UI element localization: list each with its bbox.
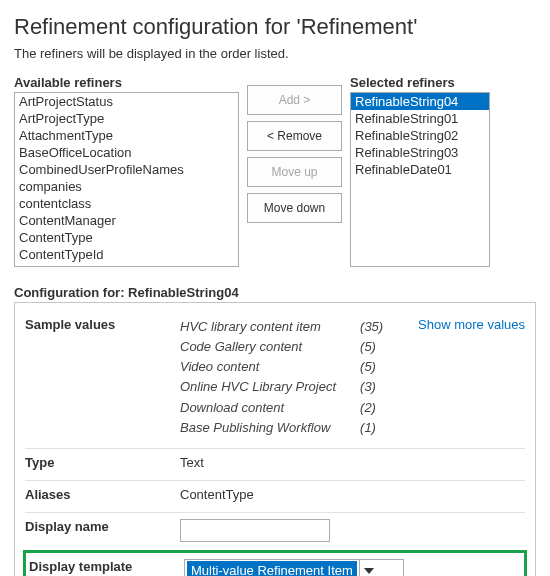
- display-name-label: Display name: [25, 519, 180, 534]
- sample-values-row: Sample values HVC library content item C…: [25, 311, 525, 444]
- list-item[interactable]: ContentTypeId: [15, 246, 238, 263]
- sample-names: HVC library content item Code Gallery co…: [180, 317, 336, 438]
- available-listbox[interactable]: ArtProjectStatus ArtProjectType Attachme…: [14, 92, 239, 267]
- sample-count: (2): [360, 398, 383, 418]
- move-buttons: Add > < Remove Move up Move down: [247, 75, 342, 223]
- sample-name: Download content: [180, 398, 336, 418]
- sample-values-label: Sample values: [25, 317, 180, 332]
- list-item[interactable]: BaseOfficeLocation: [15, 144, 238, 161]
- selected-listbox[interactable]: RefinableString04 RefinableString01 Refi…: [350, 92, 490, 267]
- list-item[interactable]: RefinableString03: [351, 144, 489, 161]
- sample-count: (5): [360, 337, 383, 357]
- selected-label: Selected refiners: [350, 75, 490, 90]
- list-item[interactable]: ArtProjectStatus: [15, 93, 238, 110]
- list-item[interactable]: RefinableString01: [351, 110, 489, 127]
- move-down-button[interactable]: Move down: [247, 193, 342, 223]
- sample-name: Base Publishing Workflow: [180, 418, 336, 438]
- display-name-input[interactable]: [180, 519, 330, 542]
- type-label: Type: [25, 455, 180, 470]
- list-item[interactable]: RefinableString02: [351, 127, 489, 144]
- config-box: Sample values HVC library content item C…: [14, 302, 536, 576]
- add-button[interactable]: Add >: [247, 85, 342, 115]
- sample-counts: (35) (5) (5) (3) (2) (1): [360, 317, 383, 438]
- sample-name: Video content: [180, 357, 336, 377]
- sample-values-table: HVC library content item Code Gallery co…: [180, 317, 383, 438]
- sample-name: HVC library content item: [180, 317, 336, 337]
- move-up-button[interactable]: Move up: [247, 157, 342, 187]
- available-column: Available refiners ArtProjectStatus ArtP…: [14, 75, 239, 267]
- remove-button[interactable]: < Remove: [247, 121, 342, 151]
- sample-count: (1): [360, 418, 383, 438]
- config-heading: Configuration for: RefinableString04: [14, 285, 536, 300]
- page-title: Refinement configuration for 'Refinement…: [14, 14, 536, 40]
- display-template-row: Display template Multi-value Refinement …: [25, 552, 525, 576]
- chevron-down-icon: [359, 560, 379, 576]
- selected-column: Selected refiners RefinableString04 Refi…: [350, 75, 490, 267]
- type-value: Text: [180, 455, 525, 470]
- list-item[interactable]: ArtProjectType: [15, 110, 238, 127]
- sample-name: Online HVC Library Project: [180, 377, 336, 397]
- aliases-label: Aliases: [25, 487, 180, 502]
- show-more-values-link[interactable]: Show more values: [418, 317, 525, 332]
- type-row: Type Text: [25, 448, 525, 476]
- display-template-select[interactable]: Multi-value Refinement Item: [184, 559, 404, 576]
- list-item[interactable]: ContentType: [15, 229, 238, 246]
- available-label: Available refiners: [14, 75, 239, 90]
- sample-count: (5): [360, 357, 383, 377]
- list-item[interactable]: companies: [15, 178, 238, 195]
- sample-count: (35): [360, 317, 383, 337]
- display-template-value: Multi-value Refinement Item: [187, 561, 357, 576]
- list-item[interactable]: RefinableString04: [351, 93, 489, 110]
- list-item[interactable]: RefinableDate01: [351, 161, 489, 178]
- sample-count: (3): [360, 377, 383, 397]
- list-item[interactable]: contentclass: [15, 195, 238, 212]
- aliases-row: Aliases ContentType: [25, 480, 525, 508]
- sample-name: Code Gallery content: [180, 337, 336, 357]
- display-template-label: Display template: [29, 559, 184, 574]
- list-item[interactable]: ContentManager: [15, 212, 238, 229]
- list-item[interactable]: AttachmentType: [15, 127, 238, 144]
- aliases-value: ContentType: [180, 487, 525, 502]
- list-item[interactable]: CombinedUserProfileNames: [15, 161, 238, 178]
- refiners-panel: Available refiners ArtProjectStatus ArtP…: [14, 75, 536, 267]
- page-subtitle: The refiners will be displayed in the or…: [14, 46, 536, 61]
- display-name-row: Display name: [25, 512, 525, 548]
